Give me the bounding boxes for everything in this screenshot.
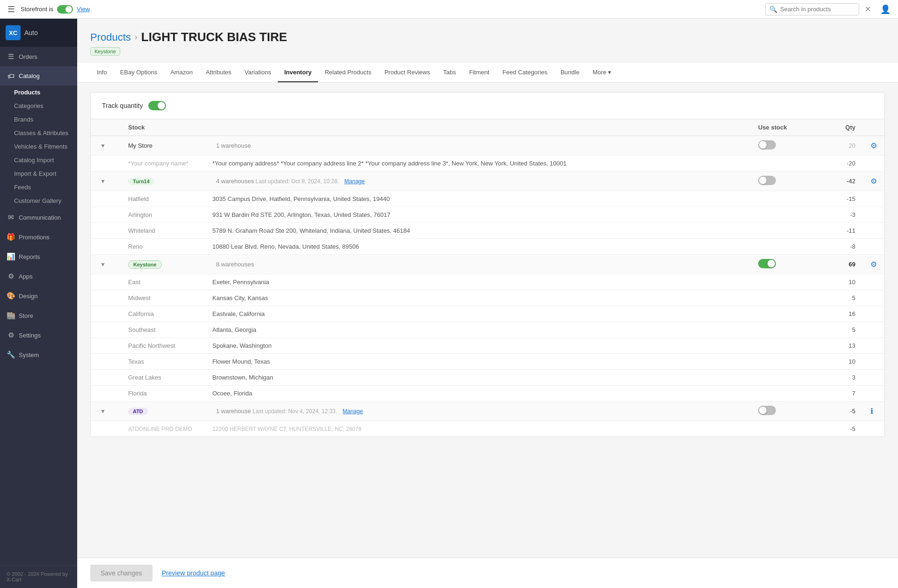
atd-badge-cell: ATD: [121, 402, 205, 421]
keystone-use-stock-toggle[interactable]: [758, 259, 776, 268]
atd-warehouse-address: 12200 HERBERT WAYNE CT, HUNTERSVILLE, NC…: [205, 421, 751, 437]
sidebar-item-label: Reports: [19, 253, 40, 260]
sidebar-sub-item-categories[interactable]: Categories: [14, 99, 77, 113]
col-use-stock-header: Use stock: [751, 119, 826, 136]
southeast-qty: 5: [826, 322, 863, 338]
sidebar-item-label: Settings: [19, 332, 41, 339]
search-bar: 🔍: [765, 3, 859, 15]
sidebar-sub-item-classes-attributes[interactable]: Classes & Attributes: [14, 126, 77, 140]
sidebar-item-reports[interactable]: 📊 Reports: [0, 247, 77, 266]
tab-variations[interactable]: Variations: [238, 63, 278, 82]
sidebar-item-communication[interactable]: ✉ Communication: [0, 208, 77, 227]
sidebar-sub-item-customer-gallery[interactable]: Customer Gallery: [14, 194, 77, 208]
view-link[interactable]: View: [77, 6, 90, 13]
main-inner: Products › LIGHT TRUCK BIAS TIRE Keyston…: [77, 19, 898, 558]
col-expand: [91, 119, 121, 136]
search-close-icon[interactable]: ✕: [865, 5, 871, 14]
sidebar-item-apps[interactable]: ⚙ Apps: [0, 266, 77, 286]
sidebar-sub-item-vehicles-fitments[interactable]: Vehicles & Fitments: [14, 140, 77, 153]
table-row: ▼ My Store 1 warehouse 20 ⚙: [91, 136, 884, 156]
track-quantity-toggle[interactable]: [148, 101, 166, 110]
atd-warehouses: 1 warehouse: [216, 408, 251, 415]
florida-qty: 7: [826, 386, 863, 402]
expand-my-store-button[interactable]: ▼: [98, 142, 108, 150]
expand-atd-button[interactable]: ▼: [98, 407, 108, 416]
midwest-name: Midwest: [121, 290, 205, 306]
tab-amazon[interactable]: Amazon: [164, 63, 199, 82]
sidebar-item-system[interactable]: 🔧 System: [0, 345, 77, 365]
table-row: Midwest Kansas City, Kansas 5: [91, 290, 884, 306]
breadcrumb-products-link[interactable]: Products: [90, 31, 131, 43]
sidebar-item-store[interactable]: 🏬 Store: [0, 306, 77, 325]
keystone-gear-button[interactable]: ⚙: [870, 260, 877, 269]
breadcrumb: Products › LIGHT TRUCK BIAS TIRE: [90, 30, 885, 44]
table-row: East Exeter, Pennsylvania 10: [91, 274, 884, 290]
tab-related-products[interactable]: Related Products: [318, 63, 378, 82]
sidebar-sub-item-brands[interactable]: Brands: [14, 113, 77, 126]
storefront-label: Storefront is: [21, 6, 53, 13]
tab-bundle[interactable]: Bundle: [554, 63, 586, 82]
save-changes-button[interactable]: Save changes: [90, 565, 152, 581]
preview-product-link[interactable]: Preview product page: [162, 569, 225, 577]
table-row: Whiteland 5789 N. Graham Road Ste 200, W…: [91, 223, 884, 239]
sidebar-item-promotions[interactable]: 🎁 Promotions: [0, 227, 77, 247]
tab-fitment[interactable]: Fitment: [463, 63, 496, 82]
tab-product-reviews[interactable]: Product Reviews: [378, 63, 437, 82]
table-row: Florida Ocoee, Florida 7: [91, 386, 884, 402]
user-icon[interactable]: 👤: [880, 4, 891, 14]
keystone-badge-cell: Keystone: [121, 255, 205, 274]
tab-inventory[interactable]: Inventory: [278, 63, 319, 82]
expand-turn14-button[interactable]: ▼: [98, 177, 108, 186]
atd-info-button[interactable]: ℹ: [870, 407, 873, 416]
sidebar-item-orders[interactable]: ☰ Orders: [0, 47, 77, 66]
my-store-gear-button[interactable]: ⚙: [870, 141, 877, 150]
sidebar-logo: XC Auto: [0, 19, 77, 47]
sidebar-item-catalog[interactable]: 🏷 Catalog: [0, 66, 77, 86]
turn14-gear-button[interactable]: ⚙: [870, 177, 877, 186]
tab-info[interactable]: Info: [90, 63, 114, 82]
table-row: Hatfield 3035 Campus Drive, Hatfield, Pe…: [91, 191, 884, 207]
texas-address: Flower Mound, Texas: [205, 354, 751, 370]
midwest-address: Kansas City, Kansas: [205, 290, 751, 306]
table-row: ATDONLINE PRO DEMO 12200 HERBERT WAYNE C…: [91, 421, 884, 437]
expand-keystone-button[interactable]: ▼: [98, 260, 108, 269]
florida-name: Florida: [121, 386, 205, 402]
pacific-northwest-address: Spokane, Washington: [205, 338, 751, 354]
sidebar-item-settings[interactable]: ⚙ Settings: [0, 325, 77, 345]
great-lakes-name: Great Lakes: [121, 370, 205, 386]
topbar: ☰ Storefront is View 🔍 ✕ 👤: [0, 0, 898, 19]
inventory-panel: Track quantity Stock Use stock Qty: [90, 92, 885, 437]
texas-name: Texas: [121, 354, 205, 370]
storefront-toggle[interactable]: [57, 5, 73, 14]
sidebar-sub-item-products[interactable]: Products: [14, 86, 77, 99]
my-store-use-stock-toggle[interactable]: [758, 140, 776, 150]
toggle-knob: [759, 407, 767, 414]
tab-tabs[interactable]: Tabs: [436, 63, 462, 82]
keystone-warehouses: 8 warehouses: [216, 261, 254, 268]
atd-manage-link[interactable]: Manage: [343, 408, 363, 415]
sidebar-nav: ☰ Orders 🏷 Catalog Products Categories B…: [0, 47, 77, 565]
bottom-bar: Save changes Preview product page: [77, 558, 898, 588]
hamburger-icon[interactable]: ☰: [7, 4, 15, 14]
breadcrumb-separator: ›: [135, 32, 138, 42]
tab-feed-categories[interactable]: Feed Categories: [496, 63, 554, 82]
sidebar-footer: © 2002 - 2024 Powered by X-Cart: [0, 565, 77, 588]
sidebar-sub-item-catalog-import[interactable]: Catalog Import: [14, 153, 77, 167]
search-input[interactable]: [780, 6, 855, 13]
turn14-last-updated: Last updated: Oct 8, 2024, 10:28.: [256, 178, 339, 185]
reports-icon: 📊: [7, 252, 15, 261]
settings-icon: ⚙: [7, 331, 15, 339]
sidebar-sub-item-import-export[interactable]: Import & Export: [14, 167, 77, 180]
sidebar-item-label: Orders: [19, 53, 37, 60]
sidebar-item-design[interactable]: 🎨 Design: [0, 286, 77, 306]
turn14-manage-link[interactable]: Manage: [344, 178, 364, 185]
tab-attributes[interactable]: Attributes: [199, 63, 238, 82]
tab-more[interactable]: More ▾: [586, 63, 618, 82]
reno-qty: -8: [826, 239, 863, 255]
tab-ebay-options[interactable]: EBay Options: [114, 63, 164, 82]
toggle-knob: [759, 177, 767, 184]
atd-use-stock-toggle[interactable]: [758, 406, 776, 415]
sidebar-sub-item-feeds[interactable]: Feeds: [14, 180, 77, 194]
turn14-use-stock-toggle[interactable]: [758, 176, 776, 185]
search-icon: 🔍: [769, 6, 777, 13]
